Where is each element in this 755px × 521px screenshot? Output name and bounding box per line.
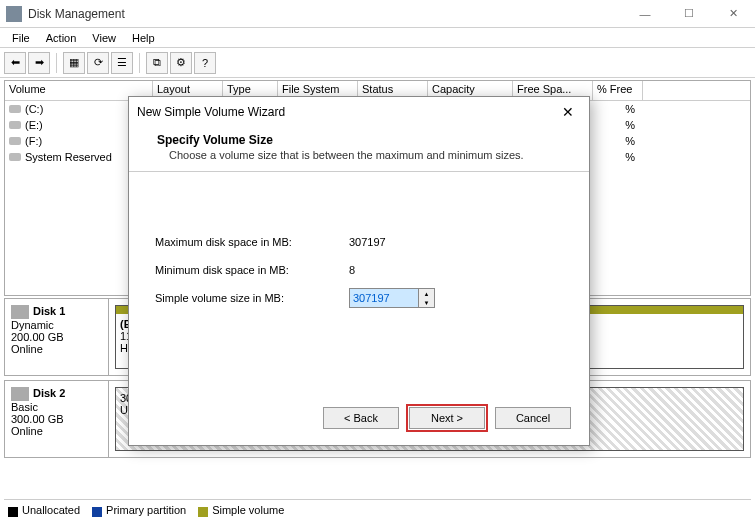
maximize-button[interactable]: ☐ bbox=[667, 0, 711, 28]
nav-back-icon[interactable]: ⬅ bbox=[4, 52, 26, 74]
titlebar: Disk Management — ☐ ✕ bbox=[0, 0, 755, 28]
back-button[interactable]: < Back bbox=[323, 407, 399, 429]
volume-pfree: % bbox=[593, 151, 643, 163]
wizard-dialog: New Simple Volume Wizard ✕ Specify Volum… bbox=[128, 96, 590, 446]
menu-help[interactable]: Help bbox=[124, 30, 163, 46]
volume-name: (E:) bbox=[25, 119, 43, 131]
toolbar: ⬅ ➡ ▦ ⟳ ☰ ⧉ ⚙ ? bbox=[0, 48, 755, 78]
min-space-value: 8 bbox=[349, 264, 355, 276]
list-icon[interactable]: ☰ bbox=[111, 52, 133, 74]
legend: Unallocated Primary partition Simple vol… bbox=[4, 499, 751, 521]
disk-name: Disk 2 bbox=[33, 387, 65, 399]
help-icon[interactable]: ? bbox=[194, 52, 216, 74]
volume-icon bbox=[9, 153, 21, 161]
min-space-label: Minimum disk space in MB: bbox=[155, 264, 349, 276]
disk-state: Online bbox=[11, 425, 102, 437]
volume-pfree: % bbox=[593, 135, 643, 147]
disk-kind: Basic bbox=[11, 401, 102, 413]
volume-size-input[interactable] bbox=[349, 288, 419, 308]
spinner-up-icon[interactable]: ▲ bbox=[419, 289, 434, 298]
app-icon bbox=[6, 6, 22, 22]
swatch-simple-icon bbox=[198, 507, 208, 517]
max-space-value: 307197 bbox=[349, 236, 386, 248]
volume-name: (C:) bbox=[25, 103, 43, 115]
properties-icon[interactable]: ⧉ bbox=[146, 52, 168, 74]
disk-kind: Dynamic bbox=[11, 319, 102, 331]
close-button[interactable]: ✕ bbox=[711, 0, 755, 28]
menu-file[interactable]: File bbox=[4, 30, 38, 46]
dialog-title: New Simple Volume Wizard bbox=[137, 105, 555, 119]
volume-name: System Reserved bbox=[25, 151, 112, 163]
spinner-down-icon[interactable]: ▼ bbox=[419, 298, 434, 307]
dialog-close-button[interactable]: ✕ bbox=[555, 104, 581, 120]
disk-size: 300.00 GB bbox=[11, 413, 102, 425]
menu-view[interactable]: View bbox=[84, 30, 124, 46]
volume-icon bbox=[9, 137, 21, 145]
max-space-label: Maximum disk space in MB: bbox=[155, 236, 349, 248]
dialog-subheading: Choose a volume size that is between the… bbox=[157, 147, 561, 161]
disk-size: 200.00 GB bbox=[11, 331, 102, 343]
minimize-button[interactable]: — bbox=[623, 0, 667, 28]
view-icon[interactable]: ▦ bbox=[63, 52, 85, 74]
nav-forward-icon[interactable]: ➡ bbox=[28, 52, 50, 74]
col-pfree[interactable]: % Free bbox=[593, 81, 643, 100]
next-button[interactable]: Next > bbox=[409, 407, 485, 429]
volume-icon bbox=[9, 121, 21, 129]
volume-icon bbox=[9, 105, 21, 113]
disk-name: Disk 1 bbox=[33, 305, 65, 317]
refresh-icon[interactable]: ⟳ bbox=[87, 52, 109, 74]
swatch-unallocated-icon bbox=[8, 507, 18, 517]
window-title: Disk Management bbox=[28, 7, 623, 21]
dialog-heading: Specify Volume Size bbox=[157, 133, 561, 147]
volume-size-label: Simple volume size in MB: bbox=[155, 292, 349, 304]
volume-name: (F:) bbox=[25, 135, 42, 147]
menubar: File Action View Help bbox=[0, 28, 755, 48]
disk-state: Online bbox=[11, 343, 102, 355]
settings-icon[interactable]: ⚙ bbox=[170, 52, 192, 74]
cancel-button[interactable]: Cancel bbox=[495, 407, 571, 429]
disk-icon bbox=[11, 305, 29, 319]
menu-action[interactable]: Action bbox=[38, 30, 85, 46]
volume-pfree: % bbox=[593, 119, 643, 131]
swatch-primary-icon bbox=[92, 507, 102, 517]
volume-pfree: % bbox=[593, 103, 643, 115]
disk-icon bbox=[11, 387, 29, 401]
